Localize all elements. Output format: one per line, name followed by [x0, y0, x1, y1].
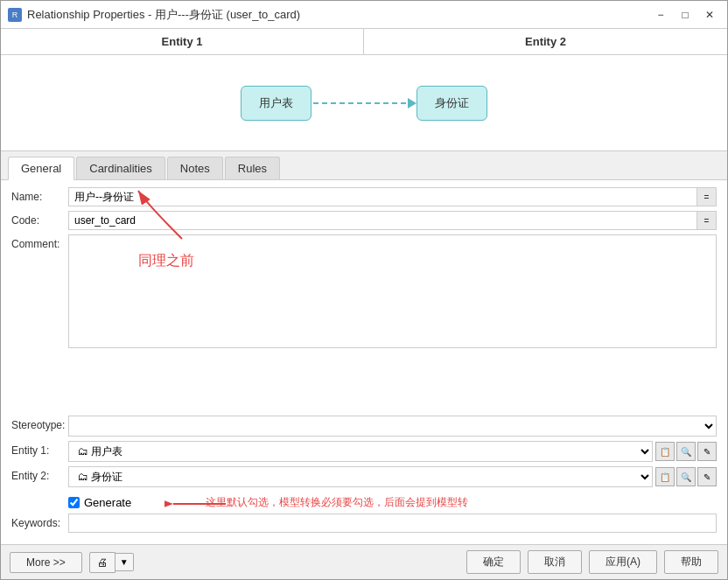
- code-row: Code: =: [11, 211, 717, 230]
- cancel-button[interactable]: 取消: [528, 550, 582, 574]
- print-button[interactable]: 🖨: [89, 552, 116, 573]
- title-bar-left: R Relationship Properties - 用户---身份证 (us…: [8, 7, 300, 23]
- tab-notes[interactable]: Notes: [167, 157, 223, 179]
- entity2-header: Entity 2: [364, 29, 727, 54]
- generate-row: Generate 这里默认勾选，模型转换必须要勾选，后面会提到模型转: [68, 495, 717, 510]
- tab-general[interactable]: General: [8, 157, 74, 180]
- main-window: R Relationship Properties - 用户---身份证 (us…: [0, 0, 728, 580]
- keywords-label: Keywords:: [11, 514, 68, 529]
- arrow-head: [408, 98, 416, 108]
- ok-button[interactable]: 确定: [466, 550, 521, 574]
- code-label: Code:: [11, 211, 68, 227]
- tab-rules[interactable]: Rules: [225, 157, 280, 179]
- comment-row: Comment: 同理之前: [11, 234, 717, 408]
- entity2-label: Entity 2:: [11, 466, 68, 482]
- name-btn[interactable]: =: [697, 187, 717, 206]
- diagram-inner: 用户表 身份证: [241, 86, 487, 121]
- maximize-button[interactable]: □: [675, 5, 696, 24]
- entity1-header: Entity 1: [1, 29, 364, 54]
- entity1-select[interactable]: 🗂 用户表: [68, 441, 653, 462]
- entity2-box: 身份证: [416, 86, 487, 121]
- close-button[interactable]: ✕: [699, 5, 720, 24]
- printer-icon: 🖨: [97, 556, 108, 569]
- apply-button[interactable]: 应用(A): [589, 550, 657, 574]
- dashed-line: [313, 102, 406, 104]
- stereotype-select[interactable]: [68, 416, 717, 437]
- window-title: Relationship Properties - 用户---身份证 (user…: [27, 7, 300, 23]
- print-dropdown-button[interactable]: ▼: [116, 553, 134, 571]
- tabs-bar: General Cardinalities Notes Rules: [1, 151, 727, 180]
- code-input-wrap: =: [68, 211, 717, 230]
- app-icon: R: [8, 8, 22, 22]
- entity1-select-wrap: 🗂 用户表 📋 🔍 ✎: [68, 441, 717, 462]
- entity1-btn3[interactable]: ✎: [697, 442, 717, 461]
- connector: [312, 98, 416, 108]
- name-label: Name:: [11, 187, 68, 203]
- entity2-select-wrap: 🗂 身份证 📋 🔍 ✎: [68, 466, 717, 487]
- entity1-btns: 📋 🔍 ✎: [655, 442, 717, 461]
- comment-area-wrap: 同理之前: [68, 234, 717, 351]
- entity2-btn2[interactable]: 🔍: [676, 467, 696, 486]
- name-input[interactable]: [68, 187, 697, 206]
- entity2-btn1[interactable]: 📋: [655, 467, 675, 486]
- entity1-btn2[interactable]: 🔍: [676, 442, 696, 461]
- title-controls: − □ ✕: [650, 5, 720, 24]
- help-button[interactable]: 帮助: [664, 550, 718, 574]
- entity1-row: Entity 1: 🗂 用户表 📋 🔍 ✎: [11, 441, 717, 462]
- entity2-btn3[interactable]: ✎: [697, 467, 717, 486]
- generate-checkbox[interactable]: [68, 497, 80, 508]
- entity1-btn1[interactable]: 📋: [655, 442, 675, 461]
- form-area: Name: = Code: = Comment:: [1, 180, 727, 544]
- keywords-input[interactable]: [68, 514, 717, 533]
- diagram-area: 用户表 身份证: [1, 55, 727, 151]
- code-input[interactable]: [68, 211, 697, 230]
- keywords-row: Keywords:: [11, 514, 717, 533]
- entity-header: Entity 1 Entity 2: [1, 29, 727, 55]
- minimize-button[interactable]: −: [650, 5, 671, 24]
- entity2-select[interactable]: 🗂 身份证: [68, 466, 653, 487]
- stereotype-row: Stereotype:: [11, 416, 717, 437]
- title-bar: R Relationship Properties - 用户---身份证 (us…: [1, 1, 727, 29]
- name-input-wrap: =: [68, 187, 717, 206]
- entity1-label: Entity 1:: [11, 441, 68, 457]
- stereotype-label: Stereotype:: [11, 416, 68, 431]
- print-btn-group: 🖨 ▼: [89, 552, 134, 573]
- generate-annotation: 这里默认勾选，模型转换必须要勾选，后面会提到模型转: [206, 495, 468, 510]
- more-button[interactable]: More >>: [10, 552, 82, 573]
- comment-label: Comment:: [11, 234, 68, 250]
- tab-cardinalities[interactable]: Cardinalities: [76, 157, 165, 179]
- entity2-btns: 📋 🔍 ✎: [655, 467, 717, 486]
- name-row: Name: =: [11, 187, 717, 206]
- comment-textarea[interactable]: [68, 234, 717, 348]
- entity1-box: 用户表: [241, 86, 312, 121]
- entity2-row: Entity 2: 🗂 身份证 📋 🔍 ✎: [11, 466, 717, 487]
- bottom-bar: More >> 🖨 ▼ 确定 取消 应用(A) 帮助: [1, 544, 727, 579]
- generate-label: Generate: [84, 496, 131, 509]
- code-btn[interactable]: =: [697, 211, 717, 230]
